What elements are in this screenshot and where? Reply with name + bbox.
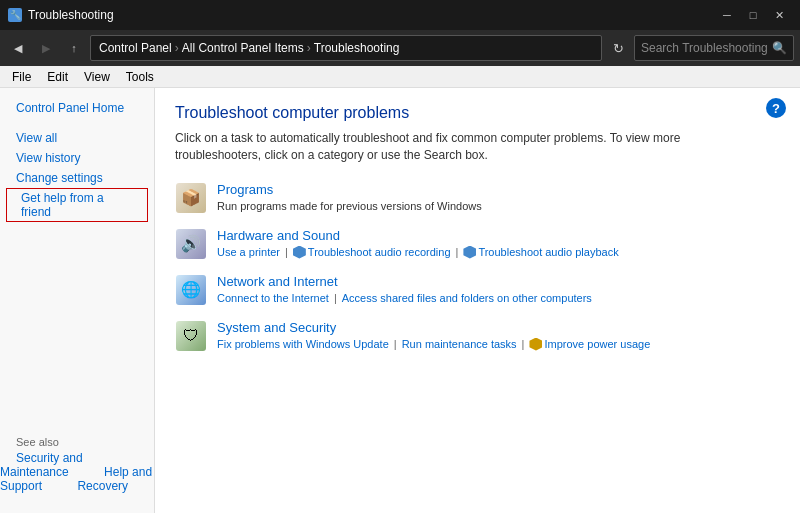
- breadcrumb-sep-1: ›: [175, 41, 179, 55]
- network-icon: 🌐: [175, 274, 207, 306]
- menu-tools[interactable]: Tools: [118, 68, 162, 86]
- menu-bar: File Edit View Tools: [0, 66, 800, 88]
- network-title[interactable]: Network and Internet: [217, 274, 780, 289]
- security-sep-2: |: [522, 338, 525, 350]
- title-bar-left: 🔧 Troubleshooting: [8, 8, 114, 22]
- programs-subtitle: Run programs made for previous versions …: [217, 200, 482, 212]
- title-bar: 🔧 Troubleshooting ─ □ ✕: [0, 0, 800, 30]
- forward-button[interactable]: ▶: [34, 36, 58, 60]
- hardware-icon: 🔊: [175, 228, 207, 260]
- programs-info: Programs Run programs made for previous …: [217, 182, 780, 212]
- search-box[interactable]: Search Troubleshooting 🔍: [634, 35, 794, 61]
- refresh-icon[interactable]: ↻: [606, 36, 630, 60]
- menu-edit[interactable]: Edit: [39, 68, 76, 86]
- menu-file[interactable]: File: [4, 68, 39, 86]
- sidebar-bottom: See also Security and Maintenance Help a…: [0, 415, 154, 503]
- security-link-windows-update[interactable]: Fix problems with Windows Update: [217, 338, 389, 350]
- category-security: 🛡 System and Security Fix problems with …: [175, 320, 780, 352]
- sidebar-link-get-help[interactable]: Get help from a friend: [6, 188, 148, 222]
- sidebar-link-change-settings[interactable]: Change settings: [0, 168, 154, 188]
- sidebar-link-view-all[interactable]: View all: [0, 128, 154, 148]
- hardware-links: Use a printer | Troubleshoot audio recor…: [217, 246, 780, 259]
- security-link-power[interactable]: Improve power usage: [544, 338, 650, 350]
- up-button[interactable]: ↑: [62, 36, 86, 60]
- page-title: Troubleshoot computer problems: [175, 104, 780, 122]
- back-button[interactable]: ◀: [6, 36, 30, 60]
- sidebar-link-recovery[interactable]: Recovery: [61, 476, 144, 496]
- security-icon: 🛡: [175, 320, 207, 352]
- security-link-power-wrap: Improve power usage: [529, 338, 650, 351]
- hardware-sep-1: |: [285, 246, 288, 258]
- hardware-sep-2: |: [456, 246, 459, 258]
- hardware-info: Hardware and Sound Use a printer | Troub…: [217, 228, 780, 259]
- hardware-link-playback[interactable]: Troubleshoot audio playback: [478, 246, 618, 258]
- shield-icon-power: [529, 338, 542, 351]
- hardware-title[interactable]: Hardware and Sound: [217, 228, 780, 243]
- category-hardware: 🔊 Hardware and Sound Use a printer | Tro…: [175, 228, 780, 260]
- main-layout: Control Panel Home View all View history…: [0, 88, 800, 513]
- breadcrumb: Control Panel › All Control Panel Items …: [99, 41, 399, 55]
- page-description: Click on a task to automatically trouble…: [175, 130, 735, 164]
- app-icon: 🔧: [8, 8, 22, 22]
- category-programs: 📦 Programs Run programs made for previou…: [175, 182, 780, 214]
- network-link-shared[interactable]: Access shared files and folders on other…: [342, 292, 592, 304]
- hardware-link-recording[interactable]: Troubleshoot audio recording: [308, 246, 451, 258]
- security-title[interactable]: System and Security: [217, 320, 780, 335]
- programs-icon: 📦: [175, 182, 207, 214]
- programs-links: Run programs made for previous versions …: [217, 200, 780, 212]
- programs-icon-img: 📦: [176, 183, 206, 213]
- menu-view[interactable]: View: [76, 68, 118, 86]
- breadcrumb-item-1[interactable]: Control Panel: [99, 41, 172, 55]
- security-icon-img: 🛡: [176, 321, 206, 351]
- category-network: 🌐 Network and Internet Connect to the In…: [175, 274, 780, 306]
- shield-icon-recording: [293, 246, 306, 259]
- title-bar-controls: ─ □ ✕: [714, 0, 792, 30]
- security-info: System and Security Fix problems with Wi…: [217, 320, 780, 351]
- help-button[interactable]: ?: [766, 98, 786, 118]
- search-icon: 🔍: [772, 41, 787, 55]
- content-area: ? Troubleshoot computer problems Click o…: [155, 88, 800, 513]
- sidebar-link-control-panel-home[interactable]: Control Panel Home: [0, 98, 154, 118]
- address-box[interactable]: Control Panel › All Control Panel Items …: [90, 35, 602, 61]
- security-link-maintenance[interactable]: Run maintenance tasks: [402, 338, 517, 350]
- hardware-link-playback-wrap: Troubleshoot audio playback: [463, 246, 618, 259]
- hardware-link-printer[interactable]: Use a printer: [217, 246, 280, 258]
- sidebar-link-view-history[interactable]: View history: [0, 148, 154, 168]
- maximize-button[interactable]: □: [740, 0, 766, 30]
- security-links: Fix problems with Windows Update | Run m…: [217, 338, 780, 351]
- hardware-link-recording-wrap: Troubleshoot audio recording: [293, 246, 451, 259]
- search-placeholder: Search Troubleshooting: [641, 41, 768, 55]
- sidebar: Control Panel Home View all View history…: [0, 88, 155, 513]
- network-links: Connect to the Internet | Access shared …: [217, 292, 780, 304]
- address-bar: ◀ ▶ ↑ Control Panel › All Control Panel …: [0, 30, 800, 66]
- security-sep-1: |: [394, 338, 397, 350]
- shield-icon-playback: [463, 246, 476, 259]
- programs-title[interactable]: Programs: [217, 182, 780, 197]
- network-link-connect[interactable]: Connect to the Internet: [217, 292, 329, 304]
- network-icon-img: 🌐: [176, 275, 206, 305]
- minimize-button[interactable]: ─: [714, 0, 740, 30]
- breadcrumb-item-2[interactable]: All Control Panel Items: [182, 41, 304, 55]
- hardware-icon-img: 🔊: [176, 229, 206, 259]
- title-bar-title: Troubleshooting: [28, 8, 114, 22]
- close-button[interactable]: ✕: [766, 0, 792, 30]
- breadcrumb-sep-2: ›: [307, 41, 311, 55]
- network-info: Network and Internet Connect to the Inte…: [217, 274, 780, 304]
- breadcrumb-item-3[interactable]: Troubleshooting: [314, 41, 400, 55]
- network-sep-1: |: [334, 292, 337, 304]
